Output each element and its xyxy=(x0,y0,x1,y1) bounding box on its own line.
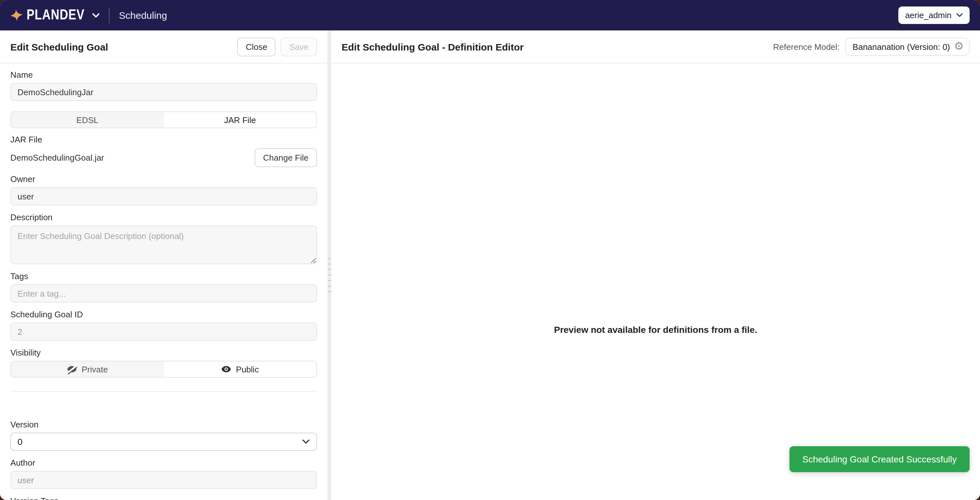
definition-editor-header: Edit Scheduling Goal - Definition Editor… xyxy=(331,30,980,63)
chevron-down-icon xyxy=(302,439,310,444)
description-textarea[interactable] xyxy=(10,225,317,264)
chevron-down-icon xyxy=(956,13,963,17)
goal-id-input xyxy=(10,322,317,341)
reference-model-label: Reference Model: xyxy=(773,42,840,51)
nav-divider xyxy=(108,8,109,23)
logo-text: PLANDEV xyxy=(27,7,84,23)
visibility-public-segment[interactable]: Public xyxy=(164,361,316,377)
edit-goal-header: Edit Scheduling Goal Close Save xyxy=(0,30,327,63)
drag-handle-dots xyxy=(328,256,331,294)
jar-file-name: DemoSchedulingGoal.jar xyxy=(10,153,104,163)
jar-file-row: DemoSchedulingGoal.jar Change File xyxy=(10,148,317,167)
type-jar-segment[interactable]: JAR File xyxy=(164,112,316,128)
sparkle-logo-icon xyxy=(10,8,23,22)
reference-model-select[interactable]: Banananation (Version: 0) ⚙ xyxy=(845,38,970,56)
type-edsl-segment[interactable]: EDSL xyxy=(11,112,164,128)
nav-page-title: Scheduling xyxy=(119,10,167,21)
viewport: PLANDEV Scheduling aerie_admin Edit Sche… xyxy=(0,0,980,500)
close-button[interactable]: Close xyxy=(237,37,276,56)
visibility-toggle: Private Public xyxy=(10,361,317,378)
visibility-private-segment[interactable]: Private xyxy=(11,361,164,377)
eye-icon xyxy=(221,364,231,375)
top-nav: PLANDEV Scheduling aerie_admin xyxy=(0,0,980,30)
visibility-private-label: Private xyxy=(82,364,108,374)
eye-off-icon xyxy=(67,364,77,375)
owner-label: Owner xyxy=(10,174,317,184)
gear-icon[interactable]: ⚙ xyxy=(954,41,964,52)
author-input xyxy=(10,471,317,489)
type-jar-label: JAR File xyxy=(224,115,256,125)
version-select[interactable]: 0 xyxy=(10,433,317,451)
tags-label: Tags xyxy=(10,271,317,281)
owner-input[interactable] xyxy=(10,187,317,205)
main-area: Edit Scheduling Goal Close Save Name EDS… xyxy=(0,30,980,500)
change-file-button[interactable]: Change File xyxy=(255,148,317,167)
type-edsl-label: EDSL xyxy=(76,115,99,125)
success-toast[interactable]: Scheduling Goal Created Successfully xyxy=(789,446,970,472)
jar-file-label: JAR File xyxy=(10,135,317,144)
name-label: Name xyxy=(10,70,317,80)
definition-editor-body: Preview not available for definitions fr… xyxy=(331,63,980,500)
description-label: Description xyxy=(10,213,317,222)
panel-resize-splitter[interactable] xyxy=(327,30,331,500)
definition-type-toggle: EDSL JAR File xyxy=(10,111,317,128)
app-window: PLANDEV Scheduling aerie_admin Edit Sche… xyxy=(0,0,980,500)
definition-editor-title: Edit Scheduling Goal - Definition Editor xyxy=(342,41,524,52)
visibility-label: Visibility xyxy=(10,348,317,357)
save-button[interactable]: Save xyxy=(281,37,317,56)
tags-input[interactable] xyxy=(10,284,317,302)
reference-model-value: Banananation (Version: 0) xyxy=(853,42,950,51)
edit-goal-title: Edit Scheduling Goal xyxy=(10,41,108,52)
name-input[interactable] xyxy=(10,83,317,101)
section-divider xyxy=(10,391,317,392)
goal-id-label: Scheduling Goal ID xyxy=(10,310,317,319)
definition-editor-panel: Edit Scheduling Goal - Definition Editor… xyxy=(331,30,980,500)
app-menu-button[interactable]: PLANDEV xyxy=(10,8,100,22)
version-selected-value: 0 xyxy=(18,437,23,447)
chevron-down-icon xyxy=(92,13,100,18)
author-label: Author xyxy=(10,458,317,468)
version-label: Version xyxy=(10,420,317,429)
preview-unavailable-message: Preview not available for definitions fr… xyxy=(554,324,757,335)
version-tags-label: Version Tags xyxy=(10,496,317,500)
edit-goal-panel: Edit Scheduling Goal Close Save Name EDS… xyxy=(0,30,327,500)
visibility-public-label: Public xyxy=(236,364,259,374)
user-menu-button[interactable]: aerie_admin xyxy=(899,6,970,24)
edit-goal-form: Name EDSL JAR File JAR File DemoScheduli… xyxy=(0,63,327,500)
user-menu-label: aerie_admin xyxy=(905,10,951,20)
